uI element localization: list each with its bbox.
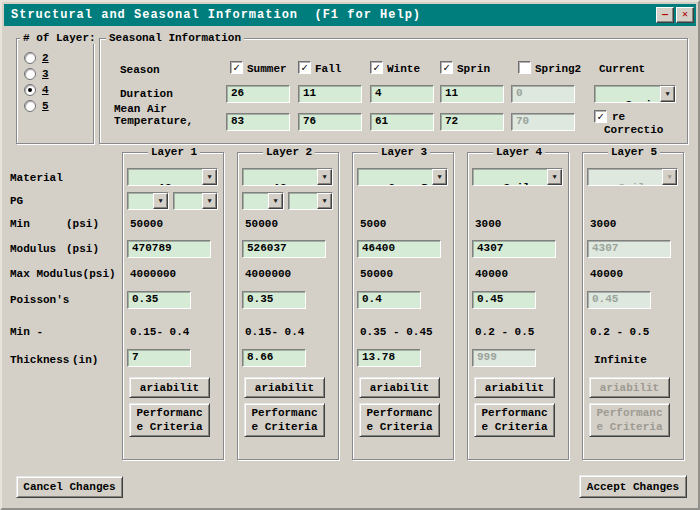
layer-2-pg-high-select[interactable]: 70 [242, 192, 284, 210]
layer-1-min-value: 50000 [130, 218, 163, 230]
layer-1-pg-high-select[interactable]: 76 [127, 192, 169, 210]
temp-winter-input[interactable]: 61 [370, 113, 434, 131]
checkbox-season-fall[interactable] [298, 61, 311, 74]
temp-summer-input[interactable]: 83 [226, 113, 290, 131]
temp-correction-label-line1: re [612, 111, 625, 123]
layer-1-poisson-range: 0.15- 0.4 [130, 326, 189, 338]
chevron-down-icon[interactable] [317, 193, 332, 209]
chevron-down-icon[interactable] [317, 169, 332, 185]
close-button[interactable]: ✕ [676, 7, 694, 23]
layer-4-material-value: Soil [503, 182, 529, 186]
layer-1-pg-low-select[interactable]: -10 [173, 192, 218, 210]
layer-1-title: Layer 1 [148, 146, 200, 158]
layer-3-max-modulus-value: 50000 [360, 268, 393, 280]
current-label: Current [599, 63, 645, 75]
layer-2-modulus-input[interactable]: 526037 [242, 240, 326, 258]
layer-1-thickness-input[interactable]: 7 [127, 349, 191, 367]
layer-5-variability-button: ariabilit [589, 377, 670, 398]
thickness-row-unit: (in) [72, 354, 98, 366]
layer-2-pg-low-select[interactable]: -10 [288, 192, 333, 210]
layer-3-material-select[interactable]: Gran Base [357, 168, 448, 186]
layer-3-thickness-input[interactable]: 13.78 [357, 349, 421, 367]
radio-layers-3[interactable] [24, 68, 36, 80]
pg-row-label: PG [10, 195, 23, 207]
checkbox-season-winter[interactable] [370, 61, 383, 74]
min-row-label: Min [10, 218, 30, 230]
chevron-down-icon[interactable] [547, 169, 562, 185]
radio-layers-4[interactable] [24, 84, 36, 96]
radio-layers-5[interactable] [24, 100, 36, 112]
layer-5-poisson-input: 0.45 [587, 291, 651, 309]
layer-1-max-modulus-value: 4000000 [130, 268, 176, 280]
material-row-label: Material [10, 172, 63, 184]
duration-fall-input[interactable]: 11 [298, 85, 362, 103]
layer-5-poisson-range: 0.2 - 0.5 [590, 326, 649, 338]
duration-spring-input[interactable]: 11 [440, 85, 504, 103]
layer-5-title: Layer 5 [608, 146, 660, 158]
layer-3-modulus-input[interactable]: 46400 [357, 240, 441, 258]
layer-5-material-select: Soil [587, 168, 678, 186]
mean-air-label-line2: Temperature, [114, 115, 193, 127]
temp-fall-input[interactable]: 76 [298, 113, 362, 131]
layer-4-thickness-input: 999 [472, 349, 536, 367]
layer-1-material-select[interactable]: AC [127, 168, 218, 186]
layer-4-variability-button[interactable]: ariabilit [474, 377, 555, 398]
minimize-button[interactable]: — [656, 7, 674, 23]
layer-3-title: Layer 3 [378, 146, 430, 158]
current-season-select[interactable]: Spring [594, 85, 676, 103]
accept-changes-button[interactable]: Accept Changes [579, 475, 687, 498]
chevron-down-icon[interactable] [432, 169, 447, 185]
layer-5-material-value: Soil [618, 182, 644, 186]
window-title: Structural and Seasonal Information (F1 … [11, 8, 421, 22]
checkbox-season-spring[interactable] [440, 61, 453, 74]
layer-2-variability-button[interactable]: ariabilit [244, 377, 325, 398]
checkbox-season-spring-label: Sprin [457, 63, 490, 75]
layer-3-variability-button[interactable]: ariabilit [359, 377, 440, 398]
chevron-down-icon[interactable] [153, 193, 168, 209]
layer-4-modulus-input[interactable]: 4307 [472, 240, 556, 258]
duration-winter-input[interactable]: 4 [370, 85, 434, 103]
layer-4-performance-criteria-button[interactable]: Performanc e Criteria [474, 403, 555, 437]
close-icon: ✕ [682, 9, 688, 20]
poissons-row-label: Poisson's [10, 294, 69, 306]
radio-layers-2[interactable] [24, 52, 36, 64]
layer-2-poisson-input[interactable]: 0.35 [242, 291, 306, 309]
layer-2-performance-criteria-button[interactable]: Performanc e Criteria [244, 403, 325, 437]
chevron-down-icon [662, 169, 677, 185]
layer-3-poisson-input[interactable]: 0.4 [357, 291, 421, 309]
layer-3-poisson-range: 0.35 - 0.45 [360, 326, 433, 338]
layer-5-thickness-value: Infinite [594, 354, 647, 366]
modulus-row-unit: (psi) [66, 243, 99, 255]
chevron-down-icon[interactable] [268, 193, 283, 209]
layer-4-poisson-input[interactable]: 0.45 [472, 291, 536, 309]
layer-2-thickness-input[interactable]: 8.66 [242, 349, 306, 367]
layer-4-material-select[interactable]: Soil [472, 168, 563, 186]
temp-spring-input[interactable]: 72 [440, 113, 504, 131]
duration-spring2-input: 0 [511, 85, 575, 103]
duration-summer-input[interactable]: 26 [226, 85, 290, 103]
chevron-down-icon[interactable] [202, 193, 217, 209]
max-modulus-row-label: Max Modulus(psi) [10, 268, 116, 280]
layer-3-performance-criteria-button[interactable]: Performanc e Criteria [359, 403, 440, 437]
season-row-label: Season [120, 64, 160, 76]
cancel-changes-button[interactable]: Cancel Changes [16, 476, 123, 498]
layer-1-modulus-input[interactable]: 470789 [127, 240, 211, 258]
layer-1-performance-criteria-button[interactable]: Performanc e Criteria [129, 403, 210, 437]
temp-spring2-input: 70 [511, 113, 575, 131]
layer-5-min-value: 3000 [590, 218, 616, 230]
layer-2-poisson-range: 0.15- 0.4 [245, 326, 304, 338]
layer-2-material-value: AC [273, 182, 286, 186]
checkbox-season-summer[interactable] [230, 61, 243, 74]
layer-2-material-select[interactable]: AC [242, 168, 333, 186]
layer-1-variability-button[interactable]: ariabilit [129, 377, 210, 398]
temp-correction-checkbox[interactable] [594, 110, 607, 123]
temp-correction-label-line2: Correctio [604, 124, 663, 136]
radio-layers-4-label: 4 [42, 84, 49, 96]
chevron-down-icon[interactable] [202, 169, 217, 185]
chevron-down-icon[interactable] [660, 86, 675, 102]
title-bar[interactable]: Structural and Seasonal Information (F1 … [4, 4, 696, 26]
checkbox-season-spring2[interactable] [518, 61, 531, 74]
layer-1-poisson-input[interactable]: 0.35 [127, 291, 191, 309]
layer-2-min-value: 50000 [245, 218, 278, 230]
title-bar-controls: — ✕ [656, 7, 694, 23]
